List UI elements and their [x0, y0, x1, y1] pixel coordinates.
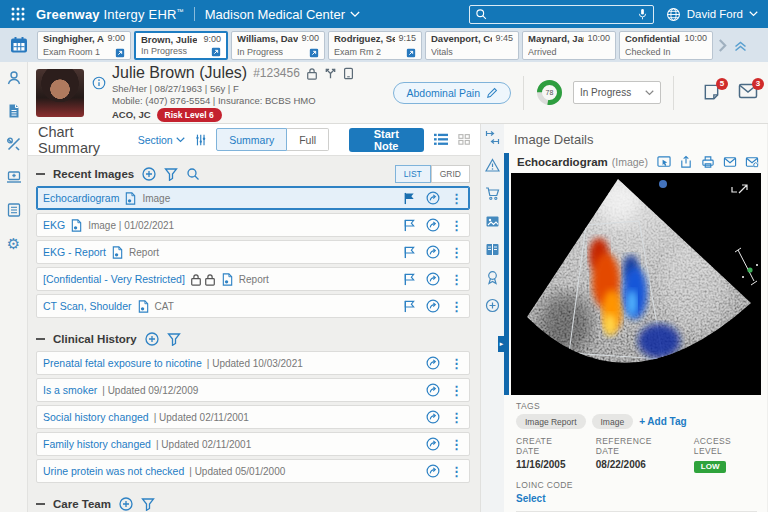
filter-funnel-icon[interactable] — [141, 497, 155, 511]
collapse-section-icon[interactable] — [36, 503, 45, 505]
full-view-button[interactable]: Full — [287, 128, 329, 151]
visit-status-dropdown[interactable]: In Progress — [573, 81, 661, 104]
collapse-panel-icon[interactable] — [485, 130, 500, 145]
calendar-icon[interactable] — [8, 34, 30, 56]
flag-icon[interactable] — [403, 219, 416, 232]
global-search-input[interactable] — [491, 8, 633, 20]
award-ribbon-icon[interactable] — [485, 270, 500, 285]
filter-funnel-icon[interactable] — [167, 332, 181, 346]
more-options-icon[interactable]: ⋮ — [450, 300, 463, 313]
add-circle-icon[interactable] — [485, 298, 500, 313]
info-icon[interactable] — [92, 76, 106, 90]
forward-icon[interactable] — [426, 464, 440, 478]
patient-tab-active[interactable]: Brown, Julie9:00 In Progress — [134, 31, 228, 60]
history-row[interactable]: Social history changed | Updated 02/11/2… — [36, 405, 470, 429]
image-row-ct-scan[interactable]: CT Scan, Shoulder CAT ⋮ — [36, 294, 470, 318]
patient-tab[interactable]: Singhigher, Alexa...9:00 Exam Room 1 — [37, 31, 131, 60]
add-icon[interactable] — [142, 167, 156, 181]
patient-tab[interactable]: Davenport, Coley9:45 Vitals — [425, 31, 519, 60]
panel-resize-handle[interactable]: ► — [498, 336, 505, 352]
start-note-button[interactable]: Start Note — [349, 128, 423, 152]
forward-icon[interactable] — [426, 356, 440, 370]
microphone-icon[interactable] — [637, 8, 648, 21]
forward-icon[interactable] — [426, 218, 440, 232]
next-tabs-icon[interactable] — [718, 39, 727, 52]
history-row[interactable]: Prenatal fetal exposure to nicotine | Up… — [36, 351, 470, 375]
flag-icon[interactable] — [403, 192, 416, 205]
patient-icon[interactable] — [6, 70, 22, 86]
filter-funnel-icon[interactable] — [164, 167, 178, 181]
chief-complaint-button[interactable]: Abdominal Pain — [393, 82, 511, 104]
history-row[interactable]: Is a smoker | Updated 09/12/2009 ⋮ — [36, 378, 470, 402]
image-row-confidential[interactable]: [Confidential - Very Restricted] Report — [36, 267, 470, 291]
flag-icon[interactable] — [403, 300, 416, 313]
visit-progress-donut[interactable]: 78 — [536, 79, 563, 106]
forms-icon[interactable] — [6, 202, 22, 218]
section-dropdown[interactable]: Section — [138, 134, 185, 146]
summary-view-button[interactable]: Summary — [216, 128, 287, 151]
add-tag-link[interactable]: + Add Tag — [639, 416, 687, 427]
add-icon[interactable] — [145, 332, 159, 346]
patient-tab[interactable]: Rodriguez, Seba...9:15 Exam Rm 2 — [328, 31, 422, 60]
collapse-section-icon[interactable] — [36, 173, 45, 175]
add-icon[interactable] — [119, 497, 133, 511]
user-menu[interactable]: David Ford — [666, 7, 758, 22]
more-options-icon[interactable]: ⋮ — [450, 411, 463, 424]
mobile-device-icon[interactable] — [343, 67, 354, 80]
forward-icon[interactable] — [426, 437, 440, 451]
tag-chip[interactable]: Image Report — [516, 414, 586, 429]
image-row-ekg-report[interactable]: EKG - Report Report ⋮ — [36, 240, 470, 264]
search-icon[interactable] — [186, 167, 200, 181]
messages-button[interactable]: 3 — [738, 83, 758, 103]
image-row-ekg[interactable]: EKG Image | 01/02/2021 ⋮ — [36, 213, 470, 237]
global-search[interactable] — [469, 5, 654, 24]
history-row[interactable]: Family history changed | Updated 02/11/2… — [36, 432, 470, 456]
grid-layout-icon[interactable] — [458, 133, 470, 146]
patient-tab[interactable]: Williams, David9:00 In Progress — [231, 31, 325, 60]
patient-photo[interactable] — [36, 69, 84, 117]
alerts-icon[interactable] — [485, 158, 500, 173]
email-attach-icon[interactable] — [745, 155, 759, 169]
forward-icon[interactable] — [426, 299, 440, 313]
email-icon[interactable] — [723, 155, 737, 169]
grid-toggle-button[interactable]: GRID — [431, 165, 470, 183]
list-toggle-button[interactable]: LIST — [395, 165, 431, 183]
more-options-icon[interactable]: ⋮ — [450, 438, 463, 451]
more-options-icon[interactable]: ⋮ — [450, 219, 463, 232]
image-row-echocardiogram[interactable]: Echocardiogram Image ⋮ — [36, 186, 470, 210]
collapse-strip-icon[interactable] — [733, 38, 748, 52]
export-icon[interactable] — [679, 155, 693, 169]
echocardiogram-image[interactable] — [511, 173, 761, 395]
forward-icon[interactable] — [426, 410, 440, 424]
patient-tab[interactable]: Confidential10:00 Checked In — [619, 31, 713, 60]
filter-sliders-icon[interactable] — [195, 133, 206, 147]
flag-icon[interactable] — [403, 246, 416, 259]
more-options-icon[interactable]: ⋮ — [450, 357, 463, 370]
print-icon[interactable] — [701, 155, 715, 169]
forward-icon[interactable] — [426, 191, 440, 205]
annotate-image-icon[interactable] — [657, 155, 671, 169]
more-options-icon[interactable]: ⋮ — [450, 465, 463, 478]
collapse-section-icon[interactable] — [36, 338, 45, 340]
more-options-icon[interactable]: ⋮ — [450, 273, 463, 286]
more-options-icon[interactable]: ⋮ — [450, 192, 463, 205]
organization-selector[interactable]: Madison Medical Center — [205, 7, 360, 22]
app-grid-icon[interactable] — [10, 6, 26, 22]
history-row[interactable]: Urine protein was not checked | Updated … — [36, 459, 470, 483]
more-options-icon[interactable]: ⋮ — [450, 246, 463, 259]
patient-tab[interactable]: Maynard, James10:00 Arrived — [522, 31, 616, 60]
chart-book-icon[interactable] — [485, 242, 500, 257]
forward-icon[interactable] — [426, 383, 440, 397]
list-layout-icon[interactable] — [434, 133, 448, 146]
notes-button[interactable]: 5 — [702, 83, 722, 103]
versions-branch-icon[interactable] — [324, 67, 337, 80]
loinc-select-link[interactable]: Select — [516, 493, 757, 504]
documents-icon[interactable] — [6, 103, 22, 119]
media-card-icon[interactable] — [485, 214, 500, 229]
forward-icon[interactable] — [426, 245, 440, 259]
forward-icon[interactable] — [426, 272, 440, 286]
device-connect-icon[interactable] — [6, 169, 22, 185]
settings-gear-icon[interactable]: ⚙ — [6, 235, 22, 251]
flag-icon[interactable] — [403, 273, 416, 286]
orders-cart-icon[interactable] — [485, 186, 500, 201]
